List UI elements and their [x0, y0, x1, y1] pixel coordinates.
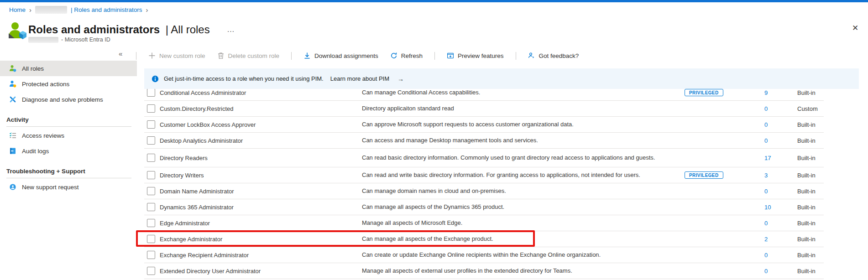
section-divider [6, 126, 131, 127]
page-subtitle: - Microsoft Entra ID [28, 36, 110, 43]
assignments-count-link[interactable]: 0 [764, 121, 797, 128]
table-row-customer-lockbox-access-approver[interactable]: Customer LockBox Access ApproverCan appr… [144, 117, 824, 133]
privileged-badge-cell: PRIVILEGED [685, 171, 764, 179]
row-checkbox[interactable] [147, 154, 155, 162]
role-type: Built-in [797, 121, 824, 128]
role-name[interactable]: Desktop Analytics Administrator [160, 137, 362, 144]
toolbar-button-label: Got feedback? [539, 52, 579, 59]
pim-info-banner: Get just-in-time access to a role when y… [144, 68, 859, 89]
sidebar-item-audit-logs[interactable]: Audit logs [0, 143, 137, 159]
sidebar-section-header: Troubleshooting + Support [0, 164, 137, 178]
row-checkbox[interactable] [147, 219, 155, 227]
sidebar-nav: All rolesProtected actionsDiagnose and s… [0, 61, 137, 195]
sidebar-item-diagnose-and-solve-problems[interactable]: Diagnose and solve problems [0, 92, 137, 107]
breadcrumb: Home › | Roles and administrators › [9, 6, 148, 14]
role-type: Built-in [797, 204, 824, 211]
privileged-badge-cell: PRIVILEGED [685, 89, 764, 96]
assignments-count-link[interactable]: 0 [764, 220, 797, 227]
toolbar-button-refresh[interactable]: Refresh [390, 52, 423, 59]
command-bar: New custom roleDelete custom roleDownloa… [136, 48, 591, 63]
sidebar-item-new-support-request[interactable]: New support request [0, 179, 137, 195]
sidebar-item-protected-actions[interactable]: Protected actions [0, 76, 137, 92]
arrow-right-icon[interactable]: → [397, 75, 404, 83]
sidebar-item-label: All roles [22, 65, 44, 72]
azure-portal-window: Home › | Roles and administrators › Role… [0, 0, 868, 280]
role-description: Can manage Conditional Access capabiliti… [362, 89, 661, 97]
table-row-edge-administrator[interactable]: Edge AdministratorManage all aspects of … [144, 215, 824, 231]
assignments-count-link[interactable]: 0 [764, 268, 797, 275]
role-type: Built-in [797, 236, 824, 243]
role-name[interactable]: Edge Administrator [160, 220, 362, 227]
row-checkbox[interactable] [147, 171, 155, 179]
table-row-exchange-recipient-administrator[interactable]: Exchange Recipient AdministratorCan crea… [144, 247, 824, 263]
assignments-count-link[interactable]: 0 [764, 105, 797, 112]
toolbar-button-download-assignments[interactable]: Download assignments [303, 52, 378, 59]
row-checkbox[interactable] [147, 120, 155, 129]
sidebar-section-header: Activity [0, 113, 137, 126]
toolbar-button-got-feedback[interactable]: Got feedback? [528, 52, 579, 59]
sidebar-item-access-reviews[interactable]: Access reviews [0, 128, 137, 143]
row-checkbox[interactable] [147, 136, 155, 145]
pim-learn-more-link[interactable]: Learn more about PIM [330, 75, 389, 82]
table-row-exchange-administrator[interactable]: Exchange AdministratorCan manage all asp… [144, 231, 824, 247]
toolbar-button-delete-custom-role: Delete custom role [217, 52, 280, 59]
breadcrumb-roles-link[interactable]: | Roles and administrators [71, 6, 142, 13]
row-checkbox[interactable] [147, 88, 155, 97]
assignments-count-link[interactable]: 0 [764, 252, 797, 259]
table-row-domain-name-administrator[interactable]: Domain Name AdministratorCan manage doma… [144, 183, 824, 199]
role-name[interactable]: Directory Readers [160, 155, 362, 161]
row-checkbox[interactable] [147, 251, 155, 259]
assignments-count-link[interactable]: 0 [764, 137, 797, 144]
toolbar-button-preview-features[interactable]: Preview features [447, 52, 504, 59]
row-checkbox[interactable] [147, 104, 155, 113]
roles-icon [9, 65, 16, 72]
row-checkbox[interactable] [147, 235, 155, 243]
role-description: Manage all aspects of external user prof… [362, 267, 661, 275]
assignments-count-link[interactable]: 10 [764, 204, 797, 211]
table-row-dynamics-365-administrator[interactable]: Dynamics 365 AdministratorCan manage all… [144, 199, 824, 215]
role-description: Can approve Microsoft support requests t… [362, 121, 661, 129]
table-row-directory-writers[interactable]: Directory WritersCan read and write basi… [144, 167, 824, 183]
chevron-right-icon: › [146, 7, 148, 13]
row-checkbox[interactable] [147, 203, 155, 211]
breadcrumb-home-link[interactable]: Home [9, 6, 26, 13]
table-row-custom-directory-restricted[interactable]: Custom.Directory.RestrictedDirectory app… [144, 101, 824, 117]
role-type: Built-in [797, 137, 824, 144]
toolbar-button-new-custom-role: New custom role [148, 52, 205, 59]
role-name[interactable]: Custom.Directory.Restricted [160, 105, 362, 112]
table-row-directory-readers[interactable]: Directory ReadersCan read basic director… [144, 149, 824, 167]
assignments-count-link[interactable]: 0 [764, 188, 797, 195]
role-name[interactable]: Customer LockBox Access Approver [160, 121, 362, 128]
sidebar-item-label: Protected actions [22, 81, 69, 88]
download-icon [303, 52, 311, 59]
role-name[interactable]: Dynamics 365 Administrator [160, 204, 362, 211]
redacted-tenant-name [35, 6, 67, 14]
close-icon[interactable]: ✕ [850, 22, 861, 33]
privileged-badge: PRIVILEGED [685, 171, 723, 179]
table-row-extended-directory-user-administrator[interactable]: Extended Directory User AdministratorMan… [144, 263, 824, 279]
sidebar-item-all-roles[interactable]: All roles [0, 61, 137, 76]
page-title: Roles and administrators | All roles [28, 23, 210, 36]
toolbar-button-label: Refresh [401, 52, 423, 59]
row-checkbox[interactable] [147, 187, 155, 195]
page-title-view: | All roles [166, 23, 210, 36]
role-name[interactable]: Directory Writers [160, 172, 362, 179]
assignments-count-link[interactable]: 3 [764, 172, 797, 179]
sidebar-collapse-button[interactable]: « [119, 50, 122, 57]
role-description: Can manage all aspects of the Dynamics 3… [362, 203, 661, 211]
assignments-count-link[interactable]: 9 [764, 89, 797, 96]
role-name[interactable]: Extended Directory User Administrator [160, 268, 362, 275]
assignments-count-link[interactable]: 17 [764, 155, 797, 161]
role-name[interactable]: Exchange Administrator [160, 236, 362, 243]
table-row-desktop-analytics-administrator[interactable]: Desktop Analytics AdministratorCan acces… [144, 133, 824, 149]
assignments-count-link[interactable]: 2 [764, 236, 797, 243]
protected-actions-icon [9, 80, 16, 88]
roles-table: Conditional Access AdministratorCan mana… [144, 85, 824, 279]
role-name[interactable]: Domain Name Administrator [160, 188, 362, 195]
sidebar-section-troubleshooting-support: Troubleshooting + SupportNew support req… [0, 164, 137, 195]
role-name[interactable]: Exchange Recipient Administrator [160, 252, 362, 259]
more-options-icon[interactable]: … [227, 25, 235, 34]
role-description: Directory applicaiton standard read [362, 105, 661, 113]
role-name[interactable]: Conditional Access Administrator [160, 89, 362, 96]
row-checkbox[interactable] [147, 267, 155, 275]
